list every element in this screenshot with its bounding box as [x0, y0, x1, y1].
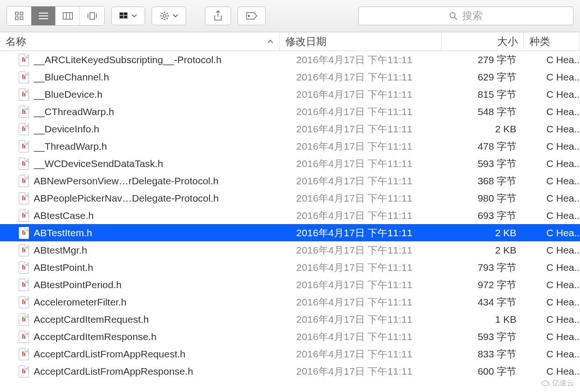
table-row[interactable]: hABTestItem.h2016年4月17日 下午11:112 KBC Hea… [0, 224, 580, 241]
file-kind: C Hea... [524, 193, 580, 204]
file-kind: C Hea... [524, 158, 580, 169]
sort-ascending-icon [267, 39, 274, 44]
file-size: 2 KB [442, 123, 524, 135]
svg-rect-7 [63, 13, 72, 19]
header-file-icon: h [19, 106, 29, 118]
file-date: 2016年4月17日 下午11:11 [280, 192, 442, 205]
file-size: 793 字节 [442, 261, 524, 274]
file-size: 600 字节 [442, 365, 524, 378]
file-kind: C Hea... [524, 106, 580, 117]
view-icon-button[interactable] [7, 7, 31, 25]
header-file-icon: h [19, 365, 29, 377]
header-file-icon: h [19, 313, 29, 326]
file-size: 815 字节 [442, 88, 524, 101]
table-row[interactable]: h__ThreadWarp.h2016年4月17日 下午11:11478 字节C… [0, 138, 580, 155]
file-date: 2016年4月17日 下午11:11 [280, 348, 442, 361]
file-name: AcceptCardListFromAppResponse.h [34, 366, 280, 377]
file-size: 972 字节 [442, 278, 524, 291]
svg-rect-15 [120, 16, 123, 18]
table-row[interactable]: h__BlueChannel.h2016年4月17日 下午11:11629 字节… [0, 68, 580, 86]
file-kind: C Hea... [524, 366, 580, 377]
table-row[interactable]: hABtestPointPeriod.h2016年4月17日 下午11:1197… [0, 276, 580, 293]
toolbar: 搜索 [0, 0, 580, 32]
column-header-size[interactable]: 大小 [442, 32, 524, 51]
header-file-icon: h [19, 175, 29, 187]
file-kind: C Hea... [524, 331, 580, 342]
header-file-icon: h [19, 210, 29, 222]
file-name: __CThreadWarp.h [34, 106, 280, 117]
header-file-icon: h [19, 227, 29, 239]
file-kind: C Hea... [524, 210, 580, 221]
svg-rect-1 [20, 12, 23, 15]
file-date: 2016年4月17日 下午11:11 [280, 157, 442, 170]
file-kind: C Hea... [524, 227, 580, 239]
table-row[interactable]: hABPeoplePickerNav…Delegate-Protocol.h20… [0, 189, 580, 207]
table-row[interactable]: hAcceptCardItemResponse.h2016年4月17日 下午11… [0, 328, 580, 345]
svg-rect-2 [15, 17, 18, 20]
table-row[interactable]: hAcceptCardListFromAppResponse.h2016年4月1… [0, 363, 580, 380]
file-date: 2016年4月17日 下午11:11 [280, 105, 442, 118]
svg-rect-16 [124, 16, 127, 18]
table-row[interactable]: h__ARCLiteKeyedSubscripting__-Protocol.h… [0, 51, 580, 68]
file-size: 1 KB [442, 314, 524, 325]
file-date: 2016年4月17日 下午11:11 [280, 278, 442, 291]
table-row[interactable]: h__DeviceInfo.h2016年4月17日 下午11:112 KBC H… [0, 120, 580, 138]
file-list: h__ARCLiteKeyedSubscripting__-Protocol.h… [0, 51, 580, 380]
file-date: 2016年4月17日 下午11:11 [280, 244, 442, 257]
file-name: ABNewPersonView…rDelegate-Protocol.h [34, 175, 280, 187]
table-row[interactable]: hABtestMgr.h2016年4月17日 下午11:112 KBC Hea.… [0, 241, 580, 259]
table-row[interactable]: hAccelerometerFilter.h2016年4月17日 下午11:11… [0, 293, 580, 311]
table-row[interactable]: hABtestCase.h2016年4月17日 下午11:11693 字节C H… [0, 207, 580, 224]
file-date: 2016年4月17日 下午11:11 [280, 71, 442, 84]
tags-button[interactable] [238, 7, 266, 25]
search-input[interactable]: 搜索 [358, 7, 573, 25]
file-date: 2016年4月17日 下午11:11 [280, 261, 442, 274]
file-date: 2016年4月17日 下午11:11 [280, 313, 442, 326]
column-header: 名称 修改日期 大小 种类 [0, 32, 580, 51]
header-file-icon: h [19, 158, 29, 170]
file-kind: C Hea... [524, 89, 580, 100]
file-name: AcceptCardItemRequest.h [34, 314, 280, 325]
file-kind: C Hea... [524, 123, 580, 135]
file-size: 2 KB [442, 245, 524, 256]
file-date: 2016年4月17日 下午11:11 [280, 209, 442, 222]
table-row[interactable]: h__WCDeviceSendDataTask.h2016年4月17日 下午11… [0, 155, 580, 172]
file-kind: C Hea... [524, 72, 580, 83]
file-size: 980 字节 [442, 192, 524, 205]
action-menu-button[interactable] [152, 7, 186, 25]
table-row[interactable]: hABNewPersonView…rDelegate-Protocol.h201… [0, 172, 580, 189]
svg-rect-3 [20, 17, 23, 20]
file-name: __DeviceInfo.h [34, 123, 280, 135]
svg-rect-13 [120, 13, 123, 15]
column-header-kind[interactable]: 种类 [524, 32, 580, 51]
table-row[interactable]: hABtestPoint.h2016年4月17日 下午11:11793 字节C … [0, 259, 580, 276]
file-size: 548 字节 [442, 105, 524, 118]
view-coverflow-button[interactable] [80, 7, 104, 25]
file-name: AccelerometerFilter.h [34, 297, 280, 308]
file-name: ABtestPoint.h [34, 262, 280, 273]
column-header-name[interactable]: 名称 [0, 32, 280, 51]
svg-line-20 [455, 17, 457, 20]
share-button[interactable] [205, 7, 231, 25]
gear-icon [160, 11, 170, 21]
chevron-down-icon [131, 14, 137, 18]
table-row[interactable]: hAcceptCardItemRequest.h2016年4月17日 下午11:… [0, 311, 580, 328]
file-date: 2016年4月17日 下午11:11 [280, 174, 442, 188]
column-header-date[interactable]: 修改日期 [280, 32, 442, 51]
column-name-label: 名称 [6, 35, 26, 49]
table-row[interactable]: h__CThreadWarp.h2016年4月17日 下午11:11548 字节… [0, 103, 580, 120]
file-date: 2016年4月17日 下午11:11 [280, 88, 442, 101]
share-icon [213, 10, 223, 22]
file-date: 2016年4月17日 下午11:11 [280, 140, 442, 153]
table-row[interactable]: h__BlueDevice.h2016年4月17日 下午11:11815 字节C… [0, 86, 580, 103]
chevron-down-icon [173, 14, 178, 18]
file-date: 2016年4月17日 下午11:11 [280, 226, 442, 240]
column-kind-label: 种类 [529, 35, 550, 49]
column-date-label: 修改日期 [285, 35, 326, 49]
svg-rect-14 [124, 13, 127, 15]
table-row[interactable]: hAcceptCardListFromAppRequest.h2016年4月17… [0, 345, 580, 363]
view-list-button[interactable] [31, 7, 56, 25]
view-columns-button[interactable] [56, 7, 80, 25]
file-name: __ThreadWarp.h [34, 141, 280, 152]
arrange-menu-button[interactable] [111, 7, 145, 25]
